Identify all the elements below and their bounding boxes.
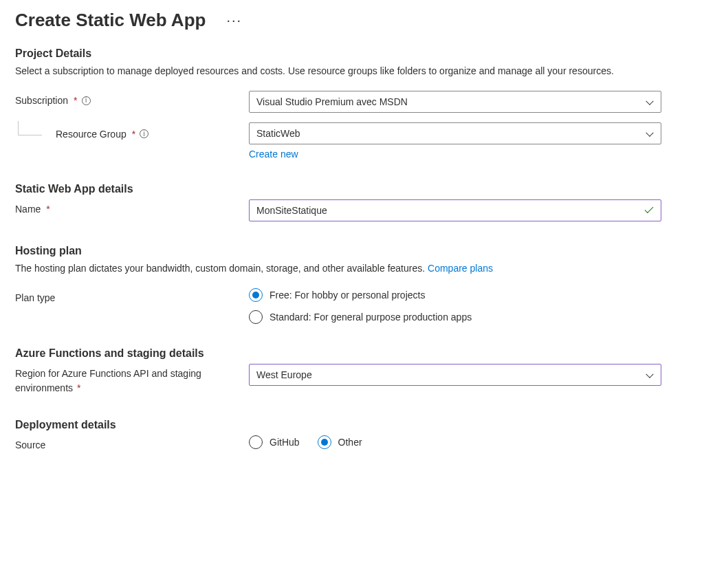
radio-icon: [249, 288, 263, 302]
hosting-description: The hosting plan dictates your bandwidth…: [15, 261, 675, 276]
source-github-label: GitHub: [270, 437, 300, 448]
plan-type-label: Plan type: [15, 292, 55, 303]
resource-group-select[interactable]: StaticWeb: [249, 122, 661, 144]
name-value: MonSiteStatique: [256, 205, 327, 216]
required-marker: *: [77, 382, 80, 393]
section-heading-swa-details: Static Web App details: [15, 183, 689, 195]
chevron-down-icon: [646, 129, 653, 137]
region-select[interactable]: West Europe: [249, 364, 661, 386]
name-input[interactable]: MonSiteStatique: [249, 199, 661, 221]
section-heading-functions: Azure Functions and staging details: [15, 347, 689, 360]
subscription-value: Visual Studio Premium avec MSDN: [256, 96, 408, 107]
required-marker: *: [132, 129, 135, 140]
page-title: Create Static Web App: [15, 10, 206, 31]
plan-radio-free[interactable]: Free: For hobby or personal projects: [249, 288, 661, 302]
required-marker: *: [74, 95, 77, 106]
source-other-label: Other: [338, 437, 362, 448]
plan-radio-standard[interactable]: Standard: For general purpose production…: [249, 310, 661, 324]
required-marker: *: [46, 204, 50, 215]
compare-plans-link[interactable]: Compare plans: [428, 263, 493, 274]
more-actions-icon[interactable]: ···: [226, 12, 242, 28]
name-label: Name: [15, 204, 41, 215]
create-new-link[interactable]: Create new: [249, 149, 298, 160]
section-heading-hosting: Hosting plan: [15, 245, 689, 257]
section-heading-deployment: Deployment details: [15, 419, 689, 431]
info-icon[interactable]: i: [82, 96, 91, 105]
region-label: Region for Azure Functions API and stagi…: [15, 368, 201, 393]
radio-icon: [249, 310, 263, 324]
plan-standard-label: Standard: For general purpose production…: [270, 312, 472, 323]
chevron-down-icon: [646, 371, 653, 378]
plan-free-label: Free: For hobby or personal projects: [270, 290, 425, 301]
resource-group-value: StaticWeb: [256, 128, 300, 139]
check-icon: [645, 204, 654, 213]
source-radio-other[interactable]: Other: [318, 435, 362, 449]
project-details-description: Select a subscription to manage deployed…: [15, 64, 675, 78]
info-icon[interactable]: i: [140, 129, 148, 138]
radio-icon: [249, 435, 263, 449]
region-value: West Europe: [256, 369, 312, 380]
subscription-select[interactable]: Visual Studio Premium avec MSDN: [249, 91, 661, 113]
resource-group-label: Resource Group: [56, 129, 126, 140]
section-heading-project-details: Project Details: [15, 47, 689, 60]
radio-icon: [318, 435, 331, 449]
subscription-label: Subscription: [15, 95, 68, 106]
source-label: Source: [15, 439, 45, 450]
source-radio-github[interactable]: GitHub: [249, 435, 300, 449]
chevron-down-icon: [646, 98, 653, 105]
